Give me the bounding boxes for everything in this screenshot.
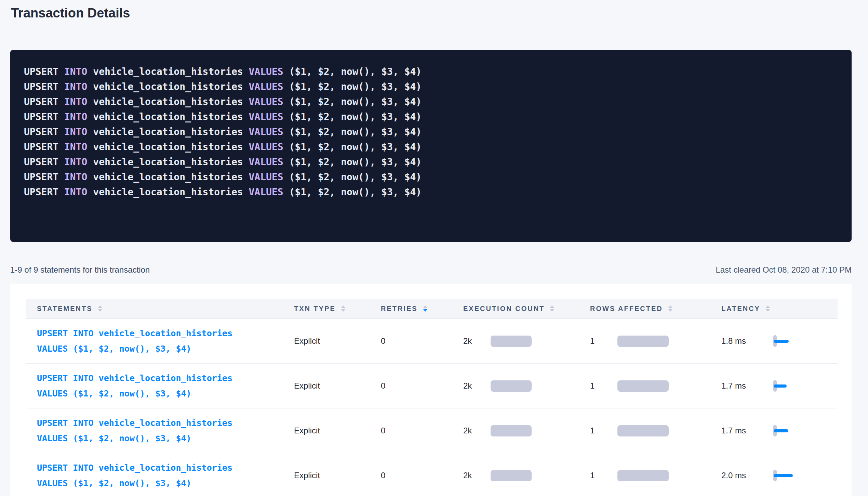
table-header-row: STATEMENTSTXN TYPERETRIESEXECUTION COUNT…	[26, 299, 838, 319]
execution-count-cell: 2k	[452, 380, 579, 392]
statement-link[interactable]: UPSERT INTO vehicle_location_historiesVA…	[37, 370, 283, 401]
rows-affected-cell: 1	[579, 380, 710, 392]
column-header-latency[interactable]: LATENCY	[710, 299, 838, 318]
sort-desc-icon[interactable]	[550, 309, 554, 312]
sql-text: vehicle_location_histories	[93, 96, 249, 107]
execution-count-cell: 2k	[452, 425, 579, 436]
column-header-execution-count[interactable]: EXECUTION COUNT	[452, 299, 579, 318]
sql-keyword: INTO	[64, 126, 93, 138]
txn-type-value: Explicit	[294, 471, 320, 480]
sort-arrows-icon[interactable]	[550, 305, 554, 312]
sql-text: vehicle_location_histories	[93, 171, 249, 183]
rows-affected-value: 1	[590, 426, 608, 435]
rows-affected-bar	[617, 470, 669, 481]
column-header-rows-affected[interactable]: ROWS AFFECTED	[579, 299, 710, 318]
sort-asc-icon[interactable]	[341, 305, 345, 308]
sort-asc-icon[interactable]	[668, 305, 672, 308]
sort-asc-icon[interactable]	[423, 305, 427, 308]
page-title: Transaction Details	[11, 4, 852, 22]
sql-keyword: VALUES	[249, 186, 289, 198]
rows-affected-bar	[617, 380, 669, 392]
sort-desc-icon[interactable]	[341, 309, 345, 312]
sql-text: UPSERT	[24, 126, 64, 138]
rows-affected-bar	[617, 336, 669, 347]
sql-keyword: VALUES	[249, 66, 289, 77]
sort-arrows-icon[interactable]	[766, 305, 770, 312]
sql-keyword: INTO	[64, 66, 93, 77]
sql-text: UPSERT	[24, 186, 64, 198]
sql-keyword: INTO	[64, 156, 93, 168]
sql-keyword: VALUES	[249, 111, 289, 122]
statement-line-2: VALUES ($1, $2, now(), $3, $4)	[37, 475, 283, 491]
rows-affected-cell: 1	[579, 336, 710, 347]
statement-link[interactable]: UPSERT INTO vehicle_location_historiesVA…	[37, 326, 283, 356]
execution-count-value: 2k	[463, 471, 481, 480]
execution-count-cell: 2k	[452, 336, 579, 347]
rows-affected-value: 1	[590, 471, 608, 480]
sort-asc-icon[interactable]	[550, 305, 554, 308]
sql-text: ($1, $2, now(), $3, $4)	[289, 111, 422, 122]
latency-value: 1.7 ms	[721, 426, 759, 435]
latency-cell: 1.7 ms	[710, 425, 838, 436]
latency-cell: 2.0 ms	[710, 470, 838, 481]
column-header-txn-type[interactable]: TXN TYPE	[283, 299, 370, 318]
statement-link[interactable]: UPSERT INTO vehicle_location_historiesVA…	[37, 460, 283, 491]
execution-count-value: 2k	[463, 336, 481, 346]
sort-arrows-icon[interactable]	[98, 305, 102, 312]
sort-arrows-icon[interactable]	[341, 305, 345, 312]
sql-keyword: INTO	[64, 81, 93, 92]
column-header-label: LATENCY	[721, 305, 760, 313]
sort-desc-icon[interactable]	[423, 309, 427, 312]
latency-bar-chart	[773, 425, 788, 436]
latency-value: 1.7 ms	[721, 381, 759, 391]
rows-affected-cell: 1	[579, 425, 710, 436]
latency-bar-chart	[773, 470, 793, 481]
sort-asc-icon[interactable]	[766, 305, 770, 308]
sort-desc-icon[interactable]	[668, 309, 672, 312]
sort-arrows-icon[interactable]	[668, 305, 672, 312]
statement-link[interactable]: UPSERT INTO vehicle_location_historiesVA…	[37, 415, 283, 446]
table-meta-row: 1-9 of 9 statements for this transaction…	[10, 264, 852, 275]
latency-value: 1.8 ms	[721, 336, 759, 346]
latency-bar-chart	[773, 335, 789, 347]
sql-statement-line: UPSERT INTO vehicle_location_histories V…	[24, 94, 838, 109]
sql-text: ($1, $2, now(), $3, $4)	[289, 66, 422, 77]
column-header-retries[interactable]: RETRIES	[370, 299, 452, 318]
sort-asc-icon[interactable]	[98, 305, 102, 308]
statement-line-2: VALUES ($1, $2, now(), $3, $4)	[37, 341, 283, 356]
sort-desc-icon[interactable]	[98, 309, 102, 312]
latency-cell: 1.7 ms	[710, 380, 838, 392]
table-body: UPSERT INTO vehicle_location_historiesVA…	[26, 319, 838, 496]
statement-cell: UPSERT INTO vehicle_location_historiesVA…	[26, 370, 283, 401]
sql-keyword: INTO	[64, 186, 93, 198]
sort-arrows-icon[interactable]	[423, 305, 427, 312]
sql-text: ($1, $2, now(), $3, $4)	[289, 126, 422, 138]
sql-statement-line: UPSERT INTO vehicle_location_histories V…	[24, 140, 838, 155]
txn-type-value: Explicit	[294, 426, 320, 435]
sql-text: ($1, $2, now(), $3, $4)	[289, 171, 422, 183]
sql-text: UPSERT	[24, 141, 64, 153]
rows-affected-value: 1	[590, 381, 608, 391]
latency-value: 2.0 ms	[721, 471, 759, 480]
column-header-statements[interactable]: STATEMENTS	[26, 299, 283, 318]
execution-count-bar	[491, 470, 532, 481]
sql-text: vehicle_location_histories	[93, 66, 249, 77]
rows-affected-bar	[617, 425, 669, 436]
rows-affected-value: 1	[590, 336, 608, 346]
txn-type-value: Explicit	[294, 336, 320, 345]
sql-keyword: VALUES	[249, 171, 289, 183]
transaction-details-page: Transaction Details UPSERT INTO vehicle_…	[0, 4, 868, 496]
sql-statement-line: UPSERT INTO vehicle_location_histories V…	[24, 64, 838, 79]
statements-count-summary: 1-9 of 9 statements for this transaction	[10, 264, 150, 275]
sql-keyword: VALUES	[249, 96, 289, 107]
execution-count-bar	[491, 425, 532, 436]
statement-line-1: UPSERT INTO vehicle_location_histories	[37, 326, 283, 341]
sql-statement-line: UPSERT INTO vehicle_location_histories V…	[24, 125, 838, 140]
txn-type-cell: Explicit	[283, 336, 370, 346]
latency-bar-chart	[773, 380, 787, 392]
execution-count-value: 2k	[463, 426, 481, 435]
sort-desc-icon[interactable]	[766, 309, 770, 312]
sql-text: UPSERT	[24, 66, 64, 77]
sql-text: vehicle_location_histories	[93, 81, 249, 92]
statement-line-1: UPSERT INTO vehicle_location_histories	[37, 460, 283, 475]
